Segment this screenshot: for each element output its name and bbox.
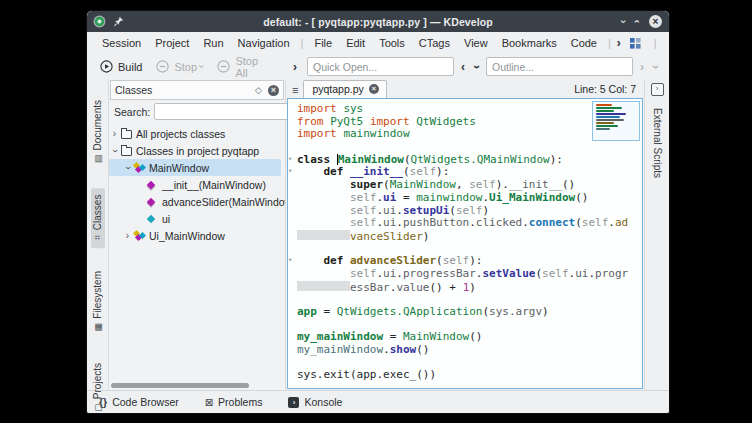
- code-token: [297, 191, 350, 204]
- toolview-button-konsole[interactable]: ›Konsole: [288, 396, 342, 408]
- code-token: Ui_MainWindow: [489, 191, 575, 204]
- tab-close-icon[interactable]: ×: [369, 84, 379, 94]
- code-token: (: [403, 165, 410, 178]
- minimap-line: [596, 116, 620, 118]
- close-button[interactable]: ×: [649, 15, 662, 28]
- tree-item-advanceslider-mainwindow-[interactable]: ›advanceSlider(MainWindow): [109, 193, 285, 210]
- code-token: __init__: [509, 178, 562, 191]
- forward-dropdown-caret-icon[interactable]: ›: [649, 65, 663, 69]
- stop-button[interactable]: Stop ›: [151, 58, 208, 75]
- code-token: sys.exit(app.exec_()): [297, 368, 436, 381]
- folder-icon: [120, 145, 134, 157]
- maximize-button[interactable]: ›: [632, 20, 643, 24]
- dock-tab-label: Documents: [93, 100, 103, 151]
- float-panel-icon[interactable]: ◇: [255, 85, 262, 95]
- menu-tools[interactable]: Tools: [372, 35, 412, 51]
- menu-overflow-chevron-icon[interactable]: ›: [617, 36, 621, 50]
- code-token: ad: [615, 216, 628, 229]
- menu-bookmarks[interactable]: Bookmarks: [495, 35, 564, 51]
- expander-icon[interactable]: ›: [109, 129, 120, 139]
- titlebar[interactable]: default: - [ pyqtapp:pyqtapp.py ] — KDev…: [87, 11, 669, 32]
- menu-edit[interactable]: Edit: [339, 35, 372, 51]
- minimize-button[interactable]: ›: [618, 20, 629, 24]
- code-token: MainWindow: [403, 330, 469, 343]
- menu-run[interactable]: Run: [196, 35, 230, 51]
- minimap-line: [596, 122, 614, 124]
- code-token: (): [575, 191, 588, 204]
- code-token: [297, 216, 350, 229]
- document-list-icon[interactable]: ≡: [288, 84, 303, 98]
- fold-arrow-icon[interactable]: ▾: [288, 168, 292, 175]
- menu-session[interactable]: Session: [95, 35, 148, 51]
- fold-arrow-icon[interactable]: ▾: [288, 156, 292, 163]
- code-token: sys.argv: [489, 305, 542, 318]
- code-token: super: [350, 178, 383, 191]
- back-chevron-icon[interactable]: ‹: [461, 60, 465, 74]
- classes-panel-header[interactable]: Classes ◇ ×: [110, 80, 284, 100]
- classes-horizontal-scrollbar[interactable]: [111, 383, 249, 388]
- method-icon: [146, 196, 160, 208]
- toolview-button-label: Konsole: [304, 396, 342, 408]
- dock-tab-documents[interactable]: ▤Documents: [91, 93, 105, 172]
- code-token: pushButton: [403, 216, 469, 229]
- code-token: self: [469, 178, 496, 191]
- code-token: def: [324, 165, 344, 178]
- tree-item-classes-in-project-pyqtapp[interactable]: ›Classes in project pyqtapp: [109, 142, 285, 159]
- minimap-line: [596, 110, 614, 112]
- code-line: vanceSlider): [288, 230, 626, 243]
- close-panel-icon[interactable]: ×: [268, 85, 279, 96]
- menu-code[interactable]: Code: [564, 35, 604, 51]
- tree-item-mainwindow[interactable]: ›MainWindow: [109, 159, 285, 176]
- forward-chevron-icon[interactable]: ›: [640, 60, 644, 74]
- classes-panel-title: Classes: [115, 84, 152, 96]
- classes-search-input[interactable]: [154, 103, 294, 120]
- code-token: [330, 153, 337, 166]
- dock-tab-projects[interactable]: ▢Projects: [91, 356, 105, 414]
- build-button[interactable]: Build: [95, 58, 147, 75]
- dock-tab-label: External Scripts: [652, 108, 663, 178]
- menu-navigation[interactable]: Navigation: [231, 35, 297, 51]
- expander-icon[interactable]: ›: [123, 162, 133, 173]
- tree-item-ui_mainwindow[interactable]: ›Ui_MainWindow: [109, 227, 285, 244]
- toolview-button-code-browser[interactable]: {}Code Browser: [99, 396, 179, 408]
- tree-item-ui[interactable]: ›ui: [109, 210, 285, 227]
- field-icon: [146, 213, 160, 225]
- expander-icon[interactable]: ›: [122, 231, 133, 241]
- outline-input[interactable]: [486, 57, 633, 76]
- tree-item-__init__-mainwindow-[interactable]: ›__init__(MainWindow): [109, 176, 285, 193]
- code-token: self: [350, 204, 377, 217]
- code-token: ,: [456, 178, 469, 191]
- minimap-line: [596, 113, 626, 115]
- fold-arrow-icon[interactable]: ▾: [288, 257, 292, 264]
- minimap-line: [596, 119, 624, 121]
- menu-project[interactable]: Project: [148, 35, 196, 51]
- dock-tab-label: Projects: [93, 363, 103, 399]
- minimap-scrollbar[interactable]: [592, 101, 640, 141]
- dock-tab-external-scripts[interactable]: External Scripts: [650, 104, 665, 182]
- menu-ctags[interactable]: CTags: [412, 35, 457, 51]
- tree-item-all-projects-classes[interactable]: ›All projects classes: [109, 125, 285, 142]
- menubar-separator: |: [604, 37, 615, 49]
- code-token: .: [608, 216, 615, 229]
- pin-icon[interactable]: [113, 16, 124, 27]
- stop-dropdown-caret-icon[interactable]: ›: [196, 65, 207, 68]
- area-grid-icon[interactable]: [630, 38, 641, 49]
- menu-file[interactable]: File: [307, 35, 339, 51]
- tab-pyqtapp[interactable]: pyqtapp.py ×: [303, 80, 386, 98]
- code-token: (: [404, 153, 411, 166]
- toolview-button-problems[interactable]: ⊠Problems: [205, 396, 263, 408]
- code-token: [297, 165, 324, 178]
- dock-tab-classes[interactable]: ⠶Classes: [91, 188, 105, 248]
- quick-open-input[interactable]: [307, 57, 454, 76]
- back-dropdown-caret-icon[interactable]: ›: [470, 65, 484, 69]
- expander-icon[interactable]: ›: [110, 145, 120, 156]
- stop-all-button[interactable]: Stop All: [212, 53, 265, 81]
- code-token: =: [383, 330, 403, 343]
- wrap-indicator: [297, 230, 350, 240]
- dock-tab-filesystem[interactable]: ▦Filesystem: [91, 264, 105, 340]
- toolbar-overflow-chevron-icon[interactable]: ›: [293, 60, 297, 74]
- code-editor[interactable]: import sysfrom PyQt5 import QtWidgetsimp…: [287, 98, 643, 389]
- menu-view[interactable]: View: [457, 35, 495, 51]
- build-icon: [100, 60, 113, 73]
- code-token: ui: [575, 267, 588, 280]
